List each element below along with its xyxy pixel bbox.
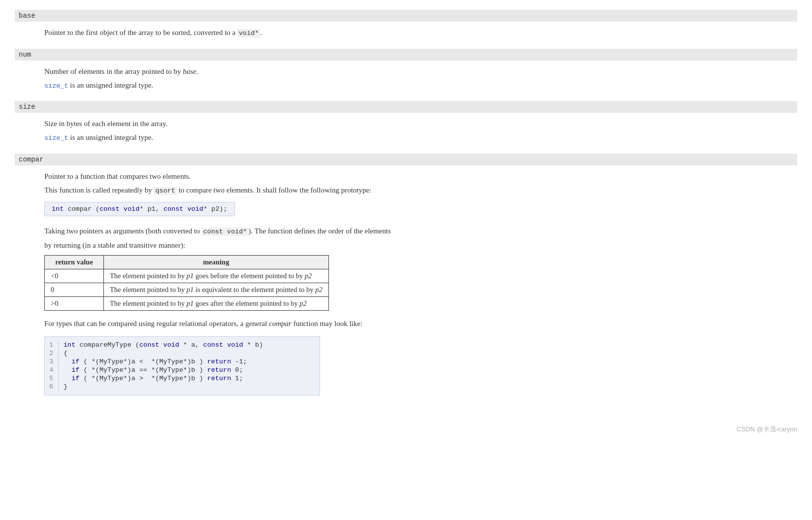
param-compar-body: Pointer to a function that compares two … bbox=[15, 165, 797, 410]
table-meaning-gt0: The element pointed to by p1 goes after … bbox=[104, 296, 329, 310]
table-rv-0: 0 bbox=[45, 283, 104, 296]
param-compar-header: compar bbox=[15, 154, 797, 165]
code-line-4: 4 if ( *(MyType*)a == *(MyType*)b ) retu… bbox=[45, 366, 320, 374]
table-header-meaning: meaning bbox=[104, 255, 329, 269]
footer: CSDN @卡茂-caryon bbox=[15, 425, 797, 434]
table-row: <0 The element pointed to by p1 goes bef… bbox=[45, 269, 329, 283]
param-size-body: Size in bytes of each element in the arr… bbox=[15, 113, 797, 154]
table-row: >0 The element pointed to by p1 goes aft… bbox=[45, 296, 329, 310]
table-rv-gt0: >0 bbox=[45, 296, 104, 310]
code-line-2: 2 { bbox=[45, 349, 320, 358]
code-line-6: 6 } bbox=[45, 383, 320, 391]
param-base-body: Pointer to the first object of the array… bbox=[15, 22, 797, 49]
table-row: 0 The element pointed to by p1 is equiva… bbox=[45, 283, 329, 296]
return-value-table: return value meaning <0 The element poin… bbox=[44, 255, 329, 311]
table-meaning-lt0: The element pointed to by p1 goes before… bbox=[104, 269, 329, 283]
param-size-header: size bbox=[15, 101, 797, 113]
prototype-int-kw: int bbox=[52, 205, 64, 213]
compar-line5: For types that can be compared using reg… bbox=[44, 318, 768, 329]
table-header-rv: return value bbox=[45, 255, 104, 269]
code-line-1: 1 int compareMyType (const void * a, con… bbox=[45, 341, 320, 349]
compar-line1: Pointer to a function that compares two … bbox=[44, 170, 768, 182]
prototype-text: compar ( bbox=[64, 205, 99, 213]
table-rv-lt0: <0 bbox=[45, 269, 104, 283]
code-line-5: 5 if ( *(MyType*)a > *(MyType*)b ) retur… bbox=[45, 374, 320, 383]
compar-prototype-block: int compar (const void* p1, const void* … bbox=[44, 202, 235, 216]
param-base-header: base bbox=[15, 10, 797, 22]
table-meaning-0: The element pointed to by p1 is equivale… bbox=[104, 283, 329, 296]
compar-line3: Taking two pointers as arguments (both c… bbox=[44, 225, 768, 237]
code-line-3: 3 if ( *(MyType*)a < *(MyType*)b ) retur… bbox=[45, 358, 320, 366]
compar-line2: This function is called repeatedly by qs… bbox=[44, 184, 768, 196]
compar-line4: by returning (in a stable and transitive… bbox=[44, 239, 768, 251]
param-num-body: Number of elements in the array pointed … bbox=[15, 61, 797, 101]
param-num-header: num bbox=[15, 49, 797, 61]
code-example-block: 1 int compareMyType (const void * a, con… bbox=[44, 336, 320, 395]
